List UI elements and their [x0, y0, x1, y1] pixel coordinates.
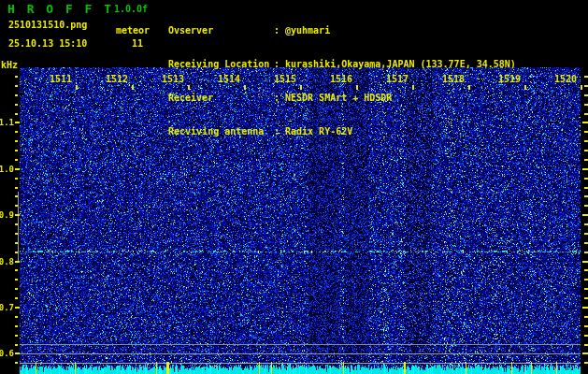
y-axis-tick — [15, 159, 18, 161]
y-axis-tick — [15, 279, 18, 280]
y-axis-right-tick — [584, 159, 588, 161]
y-axis-tick — [15, 233, 18, 235]
y-axis-right-tick — [584, 344, 588, 346]
y-axis-tick — [15, 178, 18, 180]
y-axis-tick — [15, 140, 18, 142]
x-tick-label: 1516 — [323, 75, 360, 84]
y-axis-right-tick — [584, 85, 588, 87]
y-axis-tick — [15, 307, 20, 309]
y-axis-tick — [15, 150, 18, 151]
y-axis-right-tick — [584, 178, 588, 180]
y-axis-tick — [15, 316, 18, 318]
y-axis-right-tick — [582, 168, 588, 170]
y-axis-right-tick — [584, 150, 588, 151]
output-filename: 2510131510.png — [8, 20, 87, 30]
y-tick-label: 1.0 — [0, 165, 14, 174]
app-version: 1.0.0f — [114, 4, 148, 14]
x-tick-label: 1512 — [98, 75, 136, 84]
y-axis-right-tick — [584, 76, 588, 78]
y-axis-tick — [15, 362, 18, 364]
y-axis-right-tick — [584, 195, 588, 197]
info-separator: : — [274, 25, 285, 36]
observation-datetime: 25.10.13 15:10 — [8, 38, 87, 49]
x-tick-label: 1511 — [42, 75, 79, 84]
y-axis-right-tick — [582, 214, 588, 216]
x-tick-label: 1519 — [491, 75, 528, 84]
x-tick-label: 1514 — [210, 75, 248, 84]
y-axis-right-tick — [584, 297, 588, 299]
x-axis-tick — [76, 85, 78, 90]
y-axis-right-tick — [584, 242, 588, 244]
info-label: Receiving Location — [168, 59, 274, 70]
x-axis-tick — [132, 85, 134, 90]
y-axis-tick — [15, 168, 20, 170]
y-axis-right-tick — [584, 187, 588, 189]
y-axis-right-tick — [584, 131, 588, 133]
info-line-receiver: Receiver: NESDR SMArt + HDSDR — [168, 93, 516, 104]
y-axis-tick — [15, 85, 18, 87]
y-axis-tick — [15, 297, 18, 299]
y-axis-tick — [15, 352, 20, 354]
observation-name: meteor — [116, 25, 150, 36]
y-axis-tick — [15, 261, 20, 263]
y-axis-tick — [15, 214, 20, 216]
x-tick-label: 1520 — [547, 75, 584, 84]
y-tick-label: 0.7 — [0, 303, 14, 312]
y-axis-right-tick — [584, 104, 588, 106]
y-axis-right-tick — [584, 335, 588, 337]
y-axis-right-tick — [582, 261, 588, 263]
y-axis-right-tick — [582, 352, 588, 354]
x-tick-label: 1517 — [379, 75, 416, 84]
y-axis-right-tick — [584, 316, 588, 318]
y-axis-right-tick — [584, 113, 588, 115]
x-axis-tick — [188, 85, 190, 90]
x-axis-tick — [244, 85, 246, 90]
info-label: Ovserver — [168, 25, 274, 36]
hrofft-screen: H R O F F T 1.0.0f 2510131510.png meteor… — [0, 0, 588, 374]
info-separator: : — [274, 59, 285, 70]
y-axis-right-tick — [584, 252, 588, 253]
y-axis-tick — [15, 195, 18, 197]
y-axis-right-tick — [584, 140, 588, 142]
y-axis-right-tick — [582, 122, 588, 123]
y-axis-tick — [15, 288, 18, 290]
info-value: @yuhmari — [285, 25, 330, 36]
y-tick-label: 1.1 — [0, 118, 14, 127]
x-axis-tick — [300, 85, 302, 90]
info-separator: : — [274, 93, 285, 104]
x-axis-tick — [412, 85, 414, 90]
info-label: Recviving antenna — [168, 126, 274, 137]
y-axis-right-tick — [584, 269, 588, 271]
info-separator: : — [274, 126, 285, 137]
info-value: Radix RY-62V — [285, 126, 352, 137]
info-line-observer: Ovserver: @yuhmari — [168, 25, 516, 36]
y-axis-tick — [15, 223, 18, 225]
y-axis-tick — [15, 76, 18, 78]
y-axis-tick — [15, 122, 20, 123]
y-axis-tick — [15, 335, 18, 337]
y-tick-label: 0.9 — [0, 210, 14, 220]
y-axis-tick — [15, 94, 18, 96]
y-axis-tick — [15, 113, 18, 115]
x-tick-label: 1513 — [154, 75, 192, 84]
y-axis-tick — [15, 242, 18, 244]
x-axis-tick — [468, 85, 470, 90]
info-value: kurashiki,Okayama,JAPAN (133.77E, 34.58N… — [285, 59, 516, 69]
info-value: NESDR SMArt + HDSDR — [285, 93, 392, 103]
x-tick-label: 1518 — [435, 75, 472, 84]
y-axis-right-tick — [582, 307, 588, 309]
info-label: Receiver — [168, 93, 274, 104]
echo-count: 11 — [132, 38, 143, 49]
x-axis-tick — [356, 85, 358, 90]
y-axis-tick — [15, 131, 18, 133]
y-axis-tick — [15, 252, 18, 253]
y-axis-right-tick — [584, 233, 588, 235]
y-axis-tick — [15, 344, 18, 346]
y-axis-right-tick — [584, 223, 588, 225]
y-axis-tick — [15, 269, 18, 271]
info-line-location: Receiving Location: kurashiki,Okayama,JA… — [168, 59, 516, 70]
app-title: H R O F F T — [7, 2, 114, 16]
y-axis-right-tick — [584, 94, 588, 96]
x-axis-tick — [581, 85, 582, 90]
y-axis-tick — [15, 325, 18, 327]
